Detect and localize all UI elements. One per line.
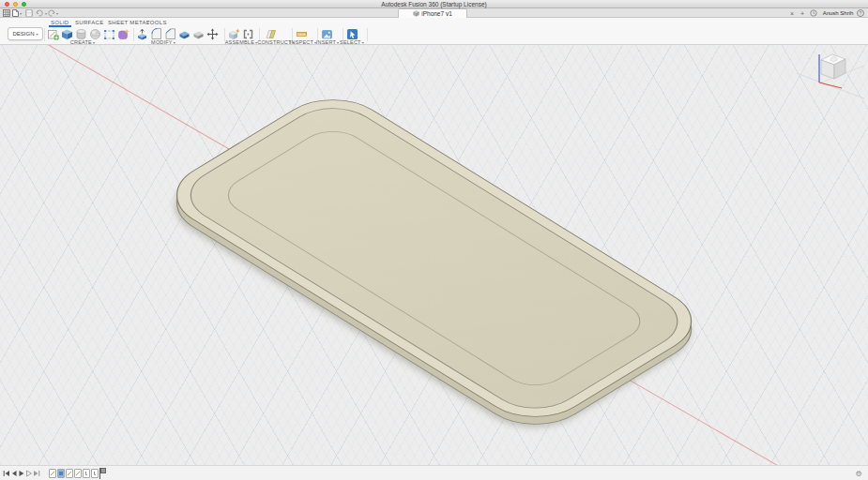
x-axis-line — [819, 82, 842, 88]
document-tab-bar: ▾ ▾ ▾ iPhone7 v1 × + Anush Shrih ? — [0, 8, 868, 18]
window-zoom-button[interactable] — [22, 2, 26, 7]
timeline-feature-extrude[interactable] — [57, 469, 65, 478]
timeline-feature-fillet[interactable] — [83, 469, 90, 478]
timeline-scrubber-handle[interactable] — [99, 468, 104, 479]
timeline-feature-sketch[interactable] — [49, 469, 56, 478]
timeline-step-back-button[interactable] — [10, 469, 18, 478]
ribbon-tab-solid[interactable]: SOLID — [51, 19, 69, 26]
timeline-feature-fillet[interactable] — [91, 469, 99, 478]
timeline-feature-sketch[interactable] — [74, 469, 82, 478]
caret-down-icon: ▾ — [362, 40, 364, 45]
move-copy-icon[interactable] — [206, 27, 220, 41]
timeline-step-forward-button[interactable] — [25, 469, 33, 478]
toolbar-separator — [44, 28, 45, 41]
document-tab-label: iPhone7 v1 — [421, 10, 452, 17]
timeline-bar: ⚙ — [0, 465, 868, 480]
ribbon-tab-tools[interactable]: TOOLS — [146, 19, 167, 26]
model-inner-edge-line — [214, 123, 655, 394]
file-menu-icon[interactable]: ▾ — [12, 9, 22, 17]
create-form-icon[interactable] — [116, 27, 130, 41]
timeline-play-button[interactable] — [18, 469, 25, 478]
caret-down-icon: ▾ — [174, 40, 175, 45]
workspace-selector-label: DESIGN — [12, 31, 34, 37]
fusion360-window: Autodesk Fusion 360 (Startup License) ▾ … — [0, 0, 868, 480]
dropdown-caret-icon: ▾ — [56, 11, 58, 16]
window-title: Autodesk Fusion 360 (Startup License) — [381, 1, 486, 8]
toolbar-separator — [133, 28, 134, 41]
redo-icon[interactable]: ▾ — [47, 9, 58, 17]
job-status-icon[interactable] — [809, 8, 818, 18]
workspace-selector-button[interactable]: DESIGN ▾ — [8, 27, 43, 40]
new-tab-button[interactable]: + — [799, 8, 806, 18]
window-minimize-button[interactable] — [13, 2, 18, 7]
caret-down-icon: ▾ — [37, 32, 38, 37]
timeline-go-to-start-button[interactable] — [3, 469, 10, 478]
ribbon-tab-surface[interactable]: SURFACE — [75, 19, 103, 26]
save-icon[interactable] — [25, 9, 33, 17]
help-button[interactable]: ? — [857, 9, 864, 17]
user-account-button[interactable]: Anush Shrih — [820, 8, 856, 18]
gear-icon[interactable]: ⚙ — [853, 468, 864, 479]
window-close-button[interactable] — [5, 2, 9, 7]
app-menu-icon[interactable] — [3, 9, 10, 17]
timeline-feature-sketch[interactable] — [66, 469, 73, 478]
viewport-canvas[interactable] — [0, 45, 868, 465]
close-tab-button[interactable]: × — [788, 8, 796, 18]
view-cube[interactable] — [797, 47, 864, 101]
document-cube-icon — [413, 10, 419, 17]
document-tab-active[interactable]: iPhone7 v1 — [398, 8, 467, 18]
ribbon-toolbar: SOLID SURFACE SHEET METAL TOOLS DESIGN ▾ — [0, 18, 868, 45]
ribbon-tab-sheet-metal[interactable]: SHEET METAL — [108, 19, 149, 26]
offset-face-icon[interactable] — [191, 27, 206, 41]
dropdown-caret-icon: ▾ — [20, 11, 22, 16]
undo-icon[interactable]: ▾ — [36, 9, 47, 17]
timeline-go-to-end-button[interactable] — [33, 469, 40, 478]
titlebar: Autodesk Fusion 360 (Startup License) — [0, 0, 868, 8]
caret-down-icon: ▾ — [93, 40, 95, 45]
